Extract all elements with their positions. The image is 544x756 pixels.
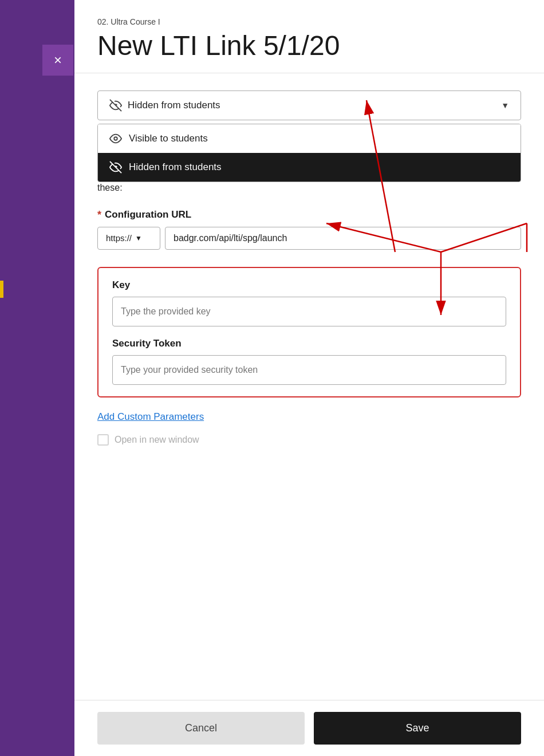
open-in-modal-option: Open in new window [97, 434, 521, 446]
visibility-dropdown[interactable]: Hidden from students ▼ [97, 90, 521, 120]
security-token-label: Security Token [112, 338, 506, 349]
sidebar-yellow-accent [0, 281, 3, 298]
visibility-dropdown-wrapper: Hidden from students ▼ Visible to studen… [97, 90, 521, 120]
close-button[interactable]: × [42, 45, 73, 76]
protocol-dropdown[interactable]: https:// ▼ [97, 227, 160, 250]
save-button[interactable]: Save [314, 712, 521, 745]
visible-eye-icon [109, 132, 122, 145]
add-custom-parameters-link[interactable]: Add Custom Parameters [97, 411, 521, 423]
security-token-input[interactable] [112, 355, 506, 385]
key-token-section: Key Security Token [97, 267, 521, 397]
key-input[interactable] [112, 297, 506, 326]
key-label: Key [112, 279, 506, 291]
dropdown-menu: Visible to students Hidden from students [97, 124, 521, 182]
open-in-modal-label: Open in new window [115, 435, 199, 445]
protocol-chevron: ▼ [135, 234, 142, 242]
option-visible-label: Visible to students [129, 133, 208, 144]
panel-header: 02. Ultra Course I New LTI Link 5/1/20 [74, 0, 544, 73]
config-url-row: https:// ▼ [97, 227, 521, 250]
protocol-value: https:// [106, 233, 132, 243]
breadcrumb: 02. Ultra Course I [97, 17, 521, 26]
page-title: New LTI Link 5/1/20 [97, 31, 521, 61]
dropdown-selected-text: Hidden from students [128, 100, 220, 111]
required-star: * [97, 209, 101, 221]
open-in-modal-checkbox[interactable] [97, 434, 109, 446]
cancel-button[interactable]: Cancel [97, 712, 305, 745]
option-hidden-from-students[interactable]: Hidden from students [98, 153, 521, 182]
url-input[interactable] [165, 227, 521, 250]
config-url-label-text: Configuration URL [105, 209, 191, 220]
close-icon: × [54, 52, 62, 68]
panel-content: Hidden from students ▼ Visible to studen… [74, 73, 544, 486]
sidebar: × [0, 0, 74, 756]
main-panel: 02. Ultra Course I New LTI Link 5/1/20 H… [74, 0, 544, 756]
dropdown-chevron: ▼ [501, 101, 509, 110]
hidden-eye-icon [109, 99, 122, 112]
option-visible-to-students[interactable]: Visible to students [98, 124, 521, 153]
hidden-option-eye-icon [109, 161, 122, 174]
svg-point-1 [114, 137, 117, 140]
panel-footer: Cancel Save [74, 700, 544, 756]
config-url-label: * Configuration URL [97, 209, 521, 221]
option-hidden-label: Hidden from students [129, 162, 222, 173]
